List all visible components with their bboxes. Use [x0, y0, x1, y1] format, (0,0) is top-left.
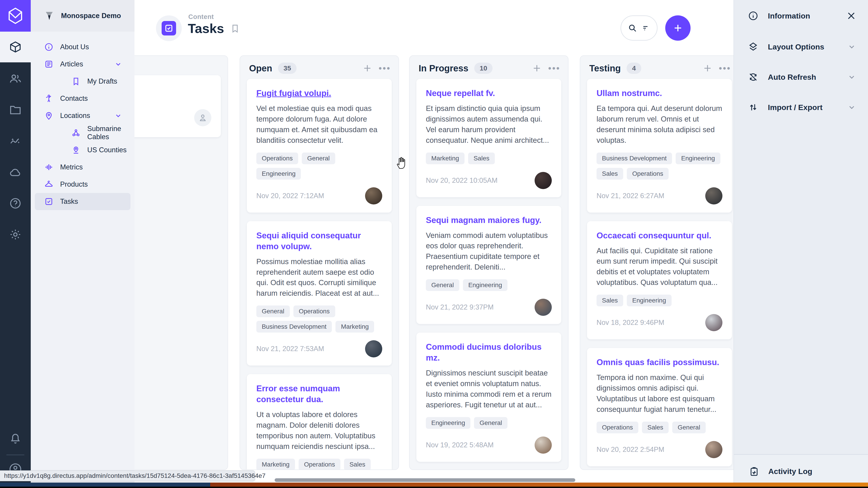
card-title[interactable]: Commodi ducimus doloribus mz. — [426, 341, 552, 363]
column-title: Testing — [589, 63, 621, 73]
nav-item-label: Submarine Cables — [87, 125, 130, 141]
module-settings[interactable] — [0, 228, 31, 241]
add-card-button[interactable] — [703, 63, 712, 73]
module-insights[interactable] — [0, 135, 31, 147]
tag-chip: Business Development — [596, 153, 672, 164]
sync-disabled-icon — [748, 72, 758, 82]
sidebar-item-about-us[interactable]: About Us — [35, 38, 130, 56]
module-files[interactable] — [0, 103, 31, 116]
card-title[interactable]: Ullam nostrumc. — [596, 88, 662, 99]
tag-chip: Sales — [642, 422, 669, 433]
status-url: https://y1dv1q8g.directus.app/admin/cont… — [4, 472, 266, 480]
card-date: Nov 19, 2022 5:48AM — [426, 441, 494, 449]
collection-icon-button[interactable] — [156, 15, 182, 41]
avatar — [705, 441, 722, 458]
tag-chip: Engineering — [463, 279, 507, 291]
breadcrumb: Content — [188, 13, 214, 21]
chevron-down-icon[interactable] — [114, 111, 122, 120]
bookmark-icon[interactable] — [230, 24, 240, 33]
nav-item-label: Articles — [60, 60, 83, 68]
person-icon — [44, 94, 53, 103]
card-date: Nov 21, 2022 6:27AM — [596, 192, 664, 200]
module-bar-divider — [6, 455, 24, 455]
filter-icon[interactable] — [641, 24, 650, 33]
bookmark-icon — [71, 77, 81, 86]
workspace-header[interactable]: Monospace Demo — [31, 0, 134, 32]
column-count-badge: 4 — [627, 63, 641, 74]
sidebar-item-metrics[interactable]: Metrics — [35, 159, 130, 176]
sidebar-item-submarine-cables[interactable]: Submarine Cables — [35, 124, 130, 141]
module-help[interactable] — [0, 197, 31, 210]
chevron-down-icon[interactable] — [114, 60, 122, 68]
add-card-button[interactable] — [362, 63, 372, 73]
task-card[interactable]: Sequi magnam maiores fugy.Veniam commodi… — [416, 206, 561, 324]
task-card[interactable]: Omnis quas facilis possimusu.Tempora id … — [587, 348, 732, 466]
card-description: Tempora id non maxime. Qui qui dignissim… — [596, 372, 722, 415]
task-card[interactable]: Fugit fugiat volupi.Vel et molestiae qui… — [247, 79, 392, 213]
module-cloud[interactable] — [0, 166, 31, 178]
progress-played — [0, 483, 210, 487]
sidebar-item-my-drafts[interactable]: My Drafts — [35, 73, 130, 90]
card-title[interactable]: Occaecati consequuntur qul. — [596, 230, 711, 241]
tag-chip: Sales — [596, 295, 623, 306]
horizontal-scrollbar[interactable] — [275, 478, 575, 482]
tag-chip: Sales — [344, 459, 371, 470]
nav-item-label: Tasks — [60, 197, 78, 205]
activity-log-label: Activity Log — [768, 467, 812, 476]
card-description: Ut a voluptas labore et dolores magnam. … — [256, 410, 382, 452]
tag-chip: General — [672, 422, 706, 433]
sidebar-section-auto-refresh[interactable]: Auto Refresh — [734, 62, 868, 92]
task-card[interactable]: Occaecati consequuntur qul.Aut facilis q… — [587, 221, 732, 339]
search-filter-control[interactable] — [620, 15, 657, 41]
sidebar-item-locations[interactable]: Locations — [35, 107, 130, 124]
tag-chip: Sales — [468, 153, 495, 164]
sidebar-section-import-export[interactable]: Import / Export — [734, 92, 868, 123]
card-description: Veniam commodi autem voluptatibus eos do… — [426, 230, 552, 272]
task-card[interactable]: Commodi ducimus doloribus mz.Dignissimos… — [416, 332, 561, 462]
card-title[interactable]: Neque repellat fv. — [426, 88, 495, 99]
card-title[interactable]: Error esse numquam consectetur dua. — [256, 383, 382, 405]
card-title[interactable]: Omnis quas facilis possimusu. — [596, 357, 719, 368]
card-description: Dignissimos nesciunt suscipit beatae et … — [426, 368, 552, 410]
task-card[interactable]: Ullam nostrumc.Ea tempora qui. Aut deser… — [587, 79, 732, 213]
task-card[interactable]: ished taskPM — [134, 75, 221, 137]
chevron-down-icon — [847, 72, 856, 82]
tag-chip: Sales — [596, 168, 623, 180]
avatar — [705, 187, 722, 204]
task-card[interactable]: Neque repellat fv.Et ipsam distinctio qu… — [416, 79, 561, 197]
layers-icon — [748, 41, 758, 52]
tag-chip: Engineering — [426, 417, 470, 429]
column-menu-button[interactable]: ••• — [548, 64, 560, 73]
card-date: Nov 18, 2022 9:46PM — [596, 319, 664, 327]
card-title[interactable]: Sequi magnam maiores fugy. — [426, 215, 541, 226]
nav-item-label: About Us — [60, 43, 89, 51]
add-item-button[interactable] — [665, 15, 690, 41]
card-title[interactable]: Sequi aliquid consequatur nemo volupw. — [256, 230, 382, 252]
card-date: Nov 20, 2022 10:05AM — [426, 176, 498, 185]
sidebar-item-contacts[interactable]: Contacts — [35, 90, 130, 107]
article-icon — [44, 60, 53, 69]
add-card-button[interactable] — [532, 63, 542, 73]
sidebar-section-layout-options[interactable]: Layout Options — [734, 32, 868, 62]
column-menu-button[interactable]: ••• — [719, 64, 731, 73]
app-logo[interactable] — [0, 0, 31, 32]
task-card[interactable]: Sequi aliquid consequatur nemo volupw.Po… — [247, 221, 392, 366]
column-menu-button[interactable]: ••• — [379, 64, 391, 73]
card-title[interactable]: Fugit fugiat volupi. — [256, 88, 331, 99]
avatar — [535, 436, 552, 454]
sidebar-item-products[interactable]: Products — [35, 176, 130, 193]
module-content[interactable] — [0, 32, 31, 62]
notifications-button[interactable] — [0, 433, 31, 445]
sidebar-item-tasks[interactable]: Tasks — [35, 193, 130, 210]
chevron-down-icon — [847, 103, 856, 112]
chevron-down-icon — [847, 42, 856, 51]
card-description: Vel et molestiae quis ea modi quas tempo… — [256, 103, 382, 145]
kanban-column-in-progress: In Progress10•••Neque repellat fv.Et ips… — [409, 55, 568, 470]
sidebar-item-us-counties[interactable]: US Counties — [35, 141, 130, 159]
task-card[interactable]: Error esse numquam consectetur dua.Ut a … — [247, 374, 392, 470]
status-url-tooltip: https://y1dv1q8g.directus.app/admin/cont… — [0, 470, 255, 481]
sidebar-item-articles[interactable]: Articles — [35, 56, 130, 73]
module-users[interactable] — [0, 72, 31, 85]
close-icon[interactable] — [846, 11, 856, 21]
search-icon[interactable] — [628, 23, 637, 33]
